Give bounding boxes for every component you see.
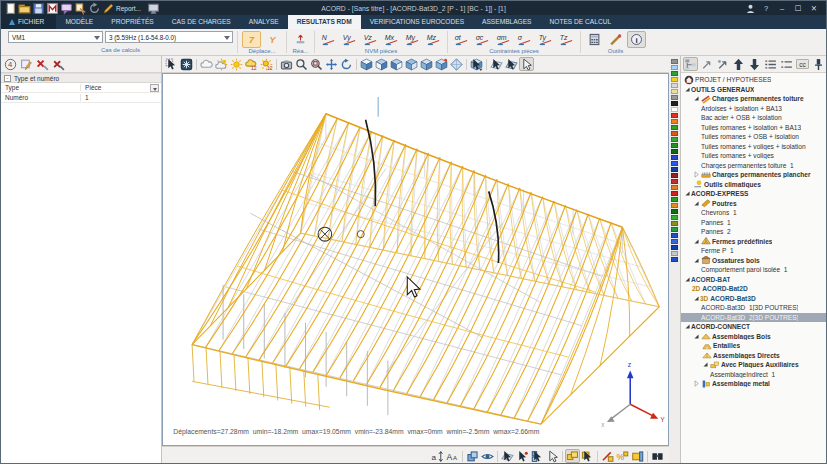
chat-icon[interactable] bbox=[60, 2, 73, 14]
tree-item-assemblage-metal[interactable]: Assemblage metal bbox=[681, 379, 826, 389]
color-swatch[interactable] bbox=[671, 173, 678, 178]
contrainte-σm-icon[interactable]: σm bbox=[494, 31, 513, 48]
cube-left-icon[interactable] bbox=[389, 57, 404, 71]
cube-top-icon[interactable] bbox=[359, 57, 374, 71]
zoom-window-icon[interactable] bbox=[309, 57, 324, 71]
tree-item-tuiles-romanes-voliges-isolation[interactable]: Tuiles romanes + voliges + isolation bbox=[681, 142, 826, 152]
color-swatch[interactable] bbox=[671, 101, 678, 106]
percent-icon[interactable]: % bbox=[615, 449, 630, 463]
cloud-12-icon[interactable]: 12 bbox=[244, 57, 259, 71]
tab-verifications-eurocodes[interactable]: VERIFICATIONS EUROCODES bbox=[361, 15, 473, 29]
color-swatch[interactable] bbox=[671, 197, 678, 202]
clamp-icon[interactable] bbox=[630, 449, 645, 463]
color-swatch[interactable] bbox=[671, 149, 678, 154]
cube-iso2-icon[interactable] bbox=[434, 57, 449, 71]
filter-cursor-icon[interactable] bbox=[164, 57, 179, 71]
color-swatch[interactable] bbox=[671, 221, 678, 226]
expander-open-icon[interactable] bbox=[692, 333, 700, 340]
list1-icon[interactable] bbox=[763, 57, 778, 71]
circle4-icon[interactable]: 4 bbox=[3, 57, 18, 71]
tab-mod-le[interactable]: MODÈLE bbox=[56, 15, 102, 29]
help-button[interactable]: ? bbox=[758, 2, 774, 14]
tab-fichier[interactable]: FICHIER bbox=[1, 15, 56, 29]
delx-icon[interactable] bbox=[35, 57, 50, 71]
color-swatch[interactable] bbox=[671, 107, 678, 112]
sun-12-icon[interactable]: 12 bbox=[259, 57, 274, 71]
color-swatch[interactable] bbox=[671, 179, 678, 184]
new-doc-icon[interactable] bbox=[4, 2, 17, 14]
open-icon[interactable] bbox=[18, 2, 31, 14]
deplacement-7-icon[interactable]: 7 bbox=[242, 31, 261, 48]
expander-open-icon[interactable] bbox=[692, 295, 700, 302]
color-swatch[interactable] bbox=[671, 185, 678, 190]
info-icon[interactable]: i bbox=[627, 31, 646, 48]
color-swatch[interactable] bbox=[671, 95, 678, 100]
list2-icon[interactable] bbox=[779, 57, 794, 71]
tree-item-acord-bat3d-2-3d-poutres-[interactable]: ACORD-Bat3D_2[3D POUTRES] bbox=[681, 313, 826, 323]
tree-item-chevrons-1[interactable]: Chevrons_1 bbox=[681, 208, 826, 218]
reactions-icon[interactable] bbox=[291, 31, 310, 48]
color-swatch[interactable] bbox=[671, 233, 678, 238]
tree-item-acord-bat3d-1-3d-poutres-[interactable]: ACORD-Bat3D_1[3D POUTRES] bbox=[681, 303, 826, 313]
hierarchy-icon[interactable] bbox=[683, 57, 698, 71]
expander-open-icon[interactable] bbox=[692, 257, 700, 264]
color-swatch[interactable] bbox=[671, 125, 678, 130]
color-swatch[interactable] bbox=[671, 89, 678, 94]
a-updown-icon[interactable]: a bbox=[430, 449, 445, 463]
nvm-mx-icon[interactable]: Mx bbox=[382, 31, 401, 48]
pin-icon[interactable] bbox=[811, 57, 826, 71]
color-swatch[interactable] bbox=[671, 203, 678, 208]
red-measure-icon[interactable] bbox=[600, 449, 615, 463]
tab-resultats-rdm[interactable]: RESULTATS RDM bbox=[288, 15, 361, 29]
nvm-mz-icon[interactable]: Mz bbox=[424, 31, 443, 48]
color-swatch[interactable] bbox=[671, 119, 678, 124]
cube-iso-icon[interactable] bbox=[419, 57, 434, 71]
zoom-icon[interactable] bbox=[294, 57, 309, 71]
color-swatch[interactable] bbox=[671, 113, 678, 118]
color-swatch[interactable] bbox=[671, 131, 678, 136]
tab-analyse[interactable]: ANALYSE bbox=[240, 15, 288, 29]
tree-item-charges-permanentes-plancher[interactable]: Charges permanentes plancher bbox=[681, 170, 826, 180]
tree-item-charges-permanentes-toiture-1[interactable]: Charges permanentes toiture_1 bbox=[681, 161, 826, 171]
color-swatch[interactable] bbox=[671, 167, 678, 172]
color-swatch[interactable] bbox=[671, 245, 678, 250]
tree-item-assemblageindirect-1[interactable]: AssemblageIndirect_1 bbox=[681, 370, 826, 380]
color-swatch[interactable] bbox=[671, 65, 678, 70]
layers-icon[interactable] bbox=[465, 449, 480, 463]
select-box-icon[interactable] bbox=[179, 57, 194, 71]
nvm-vy-icon[interactable]: Vy bbox=[340, 31, 359, 48]
save-icon[interactable] bbox=[32, 2, 45, 14]
AA-icon[interactable]: AA bbox=[445, 449, 460, 463]
yellow-boxes-icon[interactable] bbox=[565, 449, 580, 463]
color-swatch[interactable] bbox=[671, 215, 678, 220]
tree-item-poutres[interactable]: Poutres bbox=[681, 199, 826, 209]
pencil-icon[interactable] bbox=[102, 2, 115, 14]
color-swatch[interactable] bbox=[671, 251, 678, 256]
property-row-numéro[interactable]: Numéro1 bbox=[1, 93, 161, 103]
color-swatch[interactable] bbox=[671, 71, 678, 76]
expander-open-icon[interactable] bbox=[683, 86, 691, 93]
arrow-ne-icon[interactable] bbox=[699, 57, 714, 71]
tree-item-outils-generaux[interactable]: OUTILS GENERAUX bbox=[681, 85, 826, 95]
nvm-vz-icon[interactable]: Vz bbox=[361, 31, 380, 48]
tree-item-bac-acier-osb-isolation[interactable]: Bac acier + OSB + isolation bbox=[681, 113, 826, 123]
arrow-down-icon[interactable] bbox=[747, 57, 762, 71]
user-icon[interactable] bbox=[742, 2, 758, 14]
boxes-cursor-icon[interactable] bbox=[530, 449, 545, 463]
plane-1-icon[interactable] bbox=[489, 57, 504, 71]
color-swatch[interactable] bbox=[671, 161, 678, 166]
tab-cas-de-charges[interactable]: CAS DE CHARGES bbox=[163, 15, 240, 29]
cursor-plain-icon[interactable] bbox=[519, 57, 534, 71]
cursor-drop-icon[interactable] bbox=[469, 57, 484, 71]
save-red-icon[interactable] bbox=[46, 2, 59, 14]
eye-icon[interactable] bbox=[480, 449, 495, 463]
report-label[interactable]: Report... bbox=[116, 5, 141, 12]
tree-item-pannes-1[interactable]: Pannes_1 bbox=[681, 218, 826, 228]
color-swatch[interactable] bbox=[671, 191, 678, 196]
color-swatch[interactable] bbox=[671, 59, 678, 64]
tree-item-comportement-paroi-isol-e-1[interactable]: Comportement paroi isolée_1 bbox=[681, 265, 826, 275]
mode-dropdown[interactable]: 3 (5.59Hz (1.6-54.8-0.0) bbox=[105, 31, 233, 43]
color-swatch[interactable] bbox=[671, 143, 678, 148]
expander-open-icon[interactable] bbox=[692, 95, 700, 102]
tree-item-charges-permanentes-toiture[interactable]: Charges permanentes toiture bbox=[681, 94, 826, 104]
